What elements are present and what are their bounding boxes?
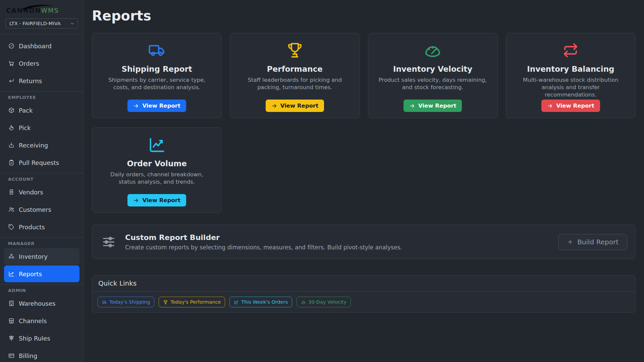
builder-description: Create custom reports by selecting dimen… — [125, 244, 402, 251]
sidebar-item-pull-requests[interactable]: Pull Requests — [4, 154, 79, 171]
speed-gauge-icon — [301, 300, 306, 305]
sidebar-item-label: Products — [19, 224, 45, 231]
package-icon — [8, 107, 15, 114]
quick-link-this-weeks-orders[interactable]: This Week's Orders — [229, 297, 292, 307]
workspace-selector[interactable]: LTX - FAIRFIELD-MIVA — [5, 18, 78, 28]
sidebar-item-returns[interactable]: Returns — [4, 72, 79, 89]
section-title-account: ACCOUNT — [4, 173, 79, 184]
sidebar-item-receiving[interactable]: Receiving — [4, 137, 79, 154]
quick-link-label: 30-Day Velocity — [308, 299, 346, 305]
transfer-arrows-icon — [561, 41, 580, 60]
sliders-icon — [101, 234, 116, 250]
view-report-button[interactable]: View Report — [127, 100, 186, 112]
card-title: Inventory Velocity — [393, 65, 472, 73]
sidebar-item-label: Channels — [19, 317, 47, 324]
section-title-admin: ADMIN — [4, 285, 79, 295]
card-description: Shipments by carrier, service type, cost… — [102, 76, 212, 91]
quick-link-todays-performance[interactable]: Today's Performance — [159, 297, 225, 307]
cubes-icon — [8, 253, 15, 260]
section-title-manager: MANAGER — [4, 238, 79, 248]
workspace-selector-value: LTX - FAIRFIELD-MIVA — [9, 21, 61, 26]
main-content: Reports Shipping Report Shipments by car… — [84, 0, 644, 362]
users-icon — [8, 206, 15, 213]
arrow-right-icon — [271, 103, 277, 109]
sidebar-item-label: Returns — [19, 77, 42, 84]
logo-swoosh-icon — [19, 3, 57, 11]
quick-link-label: This Week's Orders — [241, 299, 288, 305]
trophy-icon — [163, 300, 168, 305]
sidebar-item-label: Warehouses — [19, 300, 55, 307]
quick-link-label: Today's Performance — [170, 299, 221, 305]
sidebar-item-channels[interactable]: Channels — [4, 312, 79, 329]
card-description: Daily orders, channel breakdown, status … — [102, 171, 212, 186]
sidebar-item-customers[interactable]: Customers — [4, 201, 79, 218]
sidebar-item-warehouses[interactable]: Warehouses — [4, 295, 79, 312]
sidebar-item-label: Dashboard — [19, 43, 52, 50]
speed-gauge-icon — [423, 41, 442, 60]
build-report-label: Build Report — [577, 238, 619, 246]
builder-title: Custom Report Builder — [125, 233, 402, 242]
card-description: Product sales velocity, days remaining, … — [377, 76, 488, 91]
line-chart-icon — [8, 270, 15, 277]
sidebar-header: CANNONWMS LTX - FAIRFIELD-MIVA — [0, 0, 84, 34]
sidebar-item-inventory[interactable]: Inventory — [4, 248, 79, 265]
custom-report-builder-panel: Custom Report Builder Create custom repo… — [92, 225, 636, 259]
brand-logo: CANNONWMS — [5, 5, 78, 15]
view-report-button[interactable]: View Report — [127, 194, 186, 206]
page-title: Reports — [92, 8, 636, 23]
sidebar-item-label: Inventory — [19, 253, 48, 260]
credit-card-icon — [8, 352, 15, 359]
signpost-icon — [8, 335, 15, 342]
clipboard-check-icon — [8, 159, 15, 166]
sidebar-item-pack[interactable]: Pack — [4, 102, 79, 119]
quick-link-30-day-velocity[interactable]: 30-Day Velocity — [297, 297, 351, 307]
card-title: Performance — [267, 65, 323, 73]
sidebar-item-label: Ship Rules — [19, 335, 50, 342]
cart-icon — [8, 60, 15, 67]
card-inventory-balancing: Inventory Balancing Multi-warehouse stoc… — [506, 33, 636, 118]
arrow-right-icon — [133, 197, 139, 203]
line-chart-icon — [234, 300, 239, 305]
builder-text: Custom Report Builder Create custom repo… — [125, 233, 402, 251]
quick-link-todays-shipping[interactable]: Today's Shipping — [98, 297, 154, 307]
sidebar-item-billing[interactable]: Billing — [4, 347, 79, 362]
card-shipping-report: Shipping Report Shipments by carrier, se… — [92, 33, 222, 118]
tag-icon — [8, 224, 15, 230]
line-chart-icon — [147, 135, 167, 155]
sidebar-item-label: Customers — [19, 206, 51, 213]
truck-icon — [147, 41, 167, 60]
report-cards-grid: Shipping Report Shipments by carrier, se… — [92, 33, 636, 213]
view-report-button[interactable]: View Report — [541, 100, 600, 112]
sidebar-item-label: Pull Requests — [19, 159, 59, 166]
sidebar-item-ship-rules[interactable]: Ship Rules — [4, 330, 79, 347]
sidebar-item-reports[interactable]: Reports — [4, 265, 79, 282]
view-report-label: View Report — [142, 197, 180, 203]
card-title: Shipping Report — [121, 65, 192, 73]
sidebar-item-orders[interactable]: Orders — [4, 55, 79, 72]
truck-icon — [102, 300, 107, 305]
card-title: Inventory Balancing — [527, 65, 614, 73]
plus-icon — [567, 239, 574, 245]
quick-links-panel: Quick Links Today's Shipping Today's Per… — [92, 275, 636, 313]
view-report-button[interactable]: View Report — [404, 100, 462, 112]
sidebar-item-label: Reports — [19, 270, 42, 278]
receive-tray-icon — [8, 142, 15, 148]
sidebar-item-label: Receiving — [19, 142, 48, 149]
storefront-icon — [8, 317, 15, 324]
section-title-employee: EMPLOYEE — [4, 92, 79, 102]
sidebar-item-dashboard[interactable]: Dashboard — [4, 38, 79, 54]
view-report-label: View Report — [418, 103, 456, 109]
sidebar-item-products[interactable]: Products — [4, 219, 79, 235]
hand-pointer-icon — [8, 124, 15, 131]
sidebar: CANNONWMS LTX - FAIRFIELD-MIVA Dashboard… — [0, 0, 84, 362]
quick-links-title: Quick Links — [92, 276, 635, 292]
view-report-button[interactable]: View Report — [266, 100, 324, 112]
build-report-button[interactable]: Build Report — [558, 234, 627, 250]
quick-link-label: Today's Shipping — [109, 299, 150, 305]
sidebar-item-vendors[interactable]: Vendors — [4, 184, 79, 200]
sidebar-item-pick[interactable]: Pick — [4, 119, 79, 136]
arrow-right-icon — [409, 103, 415, 109]
sidebar-item-label: Vendors — [19, 189, 43, 196]
sidebar-item-label: Pack — [19, 107, 33, 114]
sidebar-item-label: Billing — [19, 352, 37, 359]
